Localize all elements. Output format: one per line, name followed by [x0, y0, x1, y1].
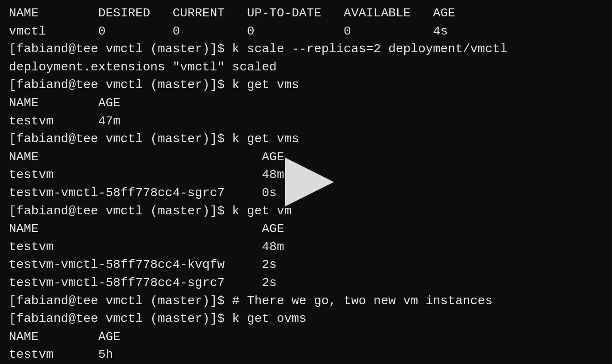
play-button[interactable]: [271, 147, 341, 217]
play-icon: [285, 158, 334, 206]
